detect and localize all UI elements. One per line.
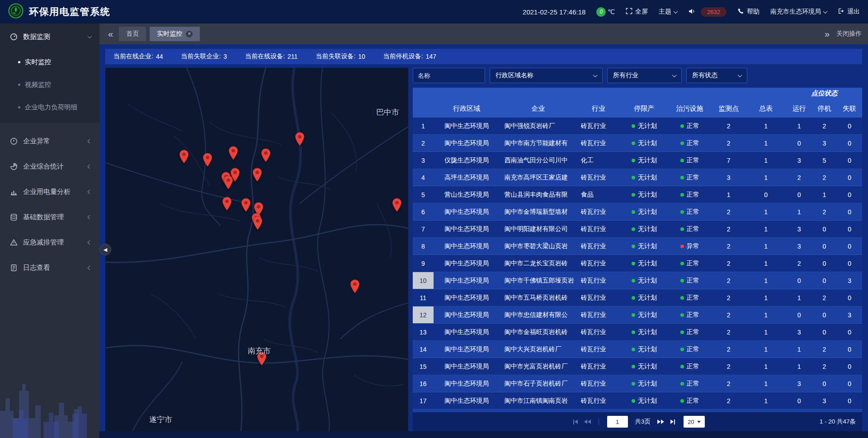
tab-home[interactable]: 首页 <box>119 27 146 41</box>
map[interactable]: 巴中市南充市遂宁市 ◀ <box>105 68 408 431</box>
org-menu[interactable]: 南充市生态环境局 <box>770 8 827 16</box>
bullet-dot-icon <box>18 61 20 63</box>
gauge-icon <box>10 33 18 41</box>
table-row[interactable]: 17 阆中生态环境局 阆中市江南镇阆南页岩 砖瓦行业 无计划 正常 2 1 0 … <box>413 392 862 410</box>
status-dot-icon <box>680 159 684 162</box>
alert-speaker-button[interactable] <box>688 8 695 16</box>
fullscreen-icon <box>626 8 632 16</box>
table-row[interactable]: 1 阆中生态环境局 阆中强锐页岩砖厂 砖瓦行业 无计划 正常 2 1 1 2 0 <box>413 118 862 135</box>
running-count-cell: 3 <box>787 221 812 237</box>
chevron-down-icon <box>672 73 677 77</box>
region-cell: 阆中生态环境局 <box>434 272 500 289</box>
production-limit-cell: 无计划 <box>621 358 667 375</box>
pollution-facility-cell: 正常 <box>668 306 712 323</box>
sidebar-item-video-monitor[interactable]: 视频监控 <box>0 73 99 96</box>
row-index-cell: 6 <box>413 203 434 220</box>
map-collapse-button[interactable]: ◀ <box>99 244 111 255</box>
production-limit-cell: 无计划 <box>621 272 667 289</box>
tabs-scroll-left-icon[interactable]: « <box>106 29 115 38</box>
pollution-facility-text: 正常 <box>687 156 699 165</box>
sidebar-item-company-statistics[interactable]: 企业综合统计 <box>0 154 99 179</box>
offline-count-cell: 0 <box>837 324 862 340</box>
logout-button[interactable]: 退出 <box>838 8 860 16</box>
table-row[interactable]: 2 阆中生态环境局 阆中市南方节能建材有 砖瓦行业 无计划 正常 2 1 0 3… <box>413 135 862 152</box>
table-row[interactable]: 9 阆中生态环境局 阆中市二龙长宝页岩砖 砖瓦行业 无计划 正常 2 1 2 0… <box>413 255 862 272</box>
row-index-cell: 10 <box>413 272 434 289</box>
table-row[interactable]: 14 阆中生态环境局 阆中大兴页岩机砖厂 砖瓦行业 无计划 正常 2 1 1 2… <box>413 341 862 358</box>
running-count-cell: 0 <box>787 306 812 323</box>
running-count-cell: 0 <box>787 135 812 151</box>
sidebar-item-realtime-monitor[interactable]: 实时监控 <box>0 51 99 73</box>
sidebar-item-power-load-detail[interactable]: 企业电力负荷明细 <box>0 96 99 118</box>
status-dot-icon <box>632 279 635 283</box>
production-limit-text: 无计划 <box>638 174 657 182</box>
region-filter-select[interactable]: 行政区域名称 <box>490 68 603 83</box>
theme-menu[interactable]: 主题 <box>659 8 677 16</box>
alert-count-badge[interactable]: 2632 <box>701 7 726 17</box>
running-count-cell: 2 <box>787 255 812 272</box>
fullscreen-button[interactable]: 全屏 <box>626 8 648 16</box>
table-row[interactable]: 12 阆中生态环境局 阆中市忠信建材有限公 砖瓦行业 无计划 正常 2 1 0 … <box>413 306 862 324</box>
status-dot-icon <box>632 124 635 128</box>
temperature-badge: 0 <box>596 7 606 17</box>
tab-close-icon[interactable]: × <box>186 31 193 38</box>
page-size-value: 20 <box>688 419 694 425</box>
monitor-points-cell: 2 <box>712 358 745 375</box>
help-button[interactable]: 帮助 <box>737 8 760 16</box>
prev-page-button[interactable] <box>584 419 591 424</box>
page-size-select[interactable]: 20 <box>684 416 705 428</box>
row-index-cell: 7 <box>413 221 434 237</box>
production-limit-cell: 无计划 <box>621 255 667 272</box>
tab-label: 实时监控 <box>157 30 182 38</box>
monitor-points-cell: 2 <box>712 375 745 392</box>
table-row[interactable]: 16 阆中生态环境局 阆中市石子页岩机砖厂 砖瓦行业 无计划 正常 2 1 3 … <box>413 375 862 392</box>
total-meters-cell: 0 <box>745 186 787 203</box>
offline-count-cell: 0 <box>837 238 862 254</box>
monitor-points-cell: 2 <box>712 324 745 340</box>
region-cell: 营山生态环境局 <box>434 186 500 203</box>
table-row[interactable]: 5 营山生态环境局 营山县润丰肉食品有限 食品 无计划 正常 1 0 0 1 0 <box>413 186 862 203</box>
name-filter-input[interactable] <box>413 68 485 83</box>
tabs-scroll-right-icon[interactable]: » <box>822 29 832 38</box>
industry-filter-select[interactable]: 所有行业 <box>607 68 682 83</box>
region-cell: 高坪生态环境局 <box>434 169 500 186</box>
table-row[interactable]: 3 仪陇生态环境局 西南油气田分公司川中 化工 无计划 正常 7 1 3 5 0 <box>413 152 862 169</box>
monitor-points-cell: 2 <box>712 135 745 151</box>
map-city-label: 南充市 <box>248 345 271 356</box>
status-dot-icon <box>632 227 635 231</box>
industry-cell: 化工 <box>576 152 621 169</box>
industry-cell: 砖瓦行业 <box>576 169 621 186</box>
sidebar-item-company-anomaly[interactable]: 企业异常 <box>0 128 99 154</box>
table-row[interactable]: 6 阆中生态环境局 阆中市金博瑞新型墙材 砖瓦行业 无计划 正常 2 1 1 2… <box>413 203 862 221</box>
offline-count-cell: 0 <box>837 358 862 375</box>
sidebar-item-label: 基础数据管理 <box>23 213 64 221</box>
tab-realtime-monitor[interactable]: 实时监控 × <box>150 27 200 41</box>
close-operations-button[interactable]: 关闭操作 <box>836 30 862 38</box>
first-page-button[interactable] <box>573 419 578 424</box>
status-filter-select[interactable]: 所有状态 <box>686 68 747 83</box>
sidebar-item-log-view[interactable]: 日志查看 <box>0 255 99 280</box>
last-page-button[interactable] <box>670 419 675 424</box>
table-row[interactable]: 8 阆中生态环境局 阆中市枣碧大梁山页岩 砖瓦行业 无计划 异常 2 1 3 0… <box>413 238 862 255</box>
sidebar-item-power-analysis[interactable]: 企业用电量分析 <box>0 179 99 204</box>
table-row[interactable]: 15 阆中生态环境局 阆中市光富页岩机砖厂 砖瓦行业 无计划 正常 2 1 1 … <box>413 358 862 375</box>
table-row[interactable]: 7 阆中生态环境局 阆中明阳建材有限公司 砖瓦行业 无计划 正常 2 1 3 0… <box>413 221 862 238</box>
region-cell: 阆中生态环境局 <box>434 118 500 134</box>
next-page-button[interactable] <box>657 419 664 424</box>
page-number-input[interactable] <box>607 416 628 428</box>
total-meters-cell: 1 <box>745 289 787 306</box>
table-row[interactable]: 4 高坪生态环境局 南充市高坪区王家店建 砖瓦行业 无计划 正常 3 1 2 2… <box>413 169 862 186</box>
production-limit-cell: 无计划 <box>621 152 667 169</box>
sidebar-item-label: 企业综合统计 <box>23 162 64 171</box>
record-range-label: 1 - 20 共47条 <box>820 418 856 426</box>
table-row[interactable]: 11 阆中生态环境局 阆中市五马桥页岩机砖 砖瓦行业 无计划 正常 2 1 1 … <box>413 289 862 306</box>
pollution-facility-cell: 正常 <box>668 341 712 358</box>
stopped-count-cell: 3 <box>812 135 837 151</box>
table-row[interactable]: 10 阆中生态环境局 阆中市千佛镇五郎垭页岩 砖瓦行业 无计划 正常 2 1 0… <box>413 272 862 289</box>
company-cell: 阆中市光富页岩机砖厂 <box>500 358 576 375</box>
table-row[interactable]: 13 阆中生态环境局 阆中市金福旺页岩机砖 砖瓦行业 无计划 正常 2 1 3 … <box>413 324 862 341</box>
sidebar-item-base-data[interactable]: 基础数据管理 <box>0 204 99 230</box>
total-meters-cell: 1 <box>745 169 787 186</box>
sidebar-item-data-monitoring[interactable]: 数据监测 <box>0 24 99 50</box>
sidebar-item-emergency-reduction[interactable]: 应急减排管理 <box>0 230 99 255</box>
